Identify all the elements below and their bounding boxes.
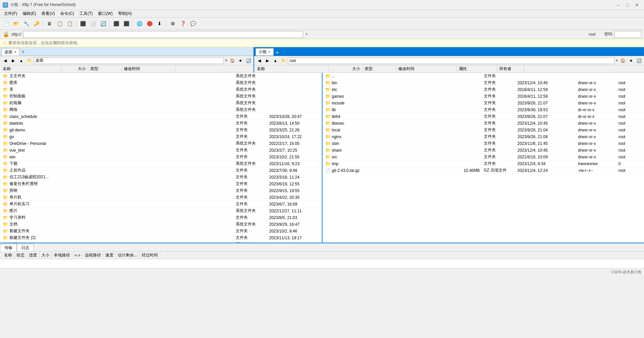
- left-file-row[interactable]: 📁 桌面 系统文件夹 2023/12/2, 15:47: [0, 241, 322, 243]
- right-path-input[interactable]: /usr: [288, 57, 614, 64]
- transfer-col-elapsed[interactable]: 经过时间: [140, 252, 160, 258]
- left-file-row[interactable]: 📁 单片机实习 文件夹 2023/6/7, 16:09: [0, 201, 322, 208]
- transfer-col-name[interactable]: 名称: [2, 252, 14, 258]
- left-file-row[interactable]: 📁 之前作品 文件夹 2023/7/30, 9:48: [0, 167, 322, 174]
- right-col-name[interactable]: 名称: [255, 65, 329, 72]
- right-col-date[interactable]: 修改时间: [396, 65, 457, 72]
- left-file-row[interactable]: 📁 信工213杨成熙2021... 文件夹 2023/3/18, 11:24: [0, 174, 322, 181]
- left-back-btn[interactable]: ◀: [1, 57, 9, 64]
- left-file-row[interactable]: 📁 修复任务栏透明 文件夹 2023/6/19, 12:55: [0, 181, 322, 187]
- left-file-row[interactable]: 📁 主文件夹 系统文件夹: [0, 73, 322, 80]
- minimize-button[interactable]: –: [614, 2, 622, 8]
- transfer-col-local[interactable]: 本地路径: [52, 252, 72, 258]
- left-col-name[interactable]: 名称: [1, 65, 61, 72]
- left-tab-desktop[interactable]: 桌面 ✕: [1, 48, 20, 56]
- left-folder-btn[interactable]: 📁: [26, 57, 33, 64]
- toolbar-btn4[interactable]: 🔑: [32, 19, 41, 28]
- right-file-row[interactable]: 📄 git-2.43.0.tar.gz 10.46MB GZ 压缩文件 2023…: [323, 167, 644, 174]
- left-up-btn[interactable]: ▲: [18, 57, 25, 64]
- toolbar-help-btn[interactable]: ❓: [178, 19, 188, 28]
- toolbar-btn10[interactable]: 🔄: [98, 19, 108, 28]
- toolbar-globe-btn[interactable]: 🌐: [135, 19, 144, 28]
- toolbar-btn3[interactable]: 🔧: [22, 19, 31, 28]
- transfer-col-size[interactable]: 大小: [39, 252, 52, 258]
- left-file-row[interactable]: 📁 新建文件夹 文件夹 2023/10/2, 8:46: [0, 228, 322, 235]
- right-file-row[interactable]: 📁 bin 文件夹 2023/12/4, 10:45 drwxr-xr-x ro…: [323, 80, 644, 86]
- left-file-row[interactable]: 📁 文档 系统文件夹 2023/9/29, 16:47: [0, 221, 322, 228]
- left-tab-close[interactable]: ✕: [14, 50, 16, 54]
- left-file-row[interactable]: 📁 网络 系统文件夹: [0, 106, 322, 113]
- left-file-row[interactable]: 📁 此电脑 系统文件夹: [0, 100, 322, 106]
- transfer-col-progress[interactable]: 进度: [27, 252, 39, 258]
- left-file-row[interactable]: 📁 图库 系统文件夹: [0, 80, 322, 86]
- toolbar-btn6[interactable]: 📋: [55, 19, 64, 28]
- menu-help[interactable]: 帮助(H): [115, 10, 135, 17]
- left-path-input[interactable]: 桌面: [34, 57, 224, 64]
- right-file-row[interactable]: 📁 games 文件夹 2018/4/11, 12:59 drwxr-xr-x …: [323, 93, 644, 100]
- menu-command[interactable]: 命令(C): [58, 10, 77, 17]
- left-file-row[interactable]: 📁 class_schedule 文件夹 2023/10/28, 20:47: [0, 113, 322, 120]
- transfer-col-speed[interactable]: 速度: [103, 252, 116, 258]
- sftp-input[interactable]: [23, 31, 303, 38]
- toolbar-open-btn[interactable]: 📂: [11, 19, 21, 28]
- menu-file[interactable]: 文件(F): [1, 10, 20, 17]
- right-forward-btn[interactable]: ▶: [264, 57, 271, 64]
- right-file-row[interactable]: 📁 src 文件夹 2021/6/16, 10:09 drwxr-xr-x ro…: [323, 154, 644, 160]
- transfer-tab[interactable]: 传输: [0, 244, 17, 251]
- right-file-row[interactable]: 📁 etc 文件夹 2018/4/11, 12:59 drwxr-xr-x ro…: [323, 86, 644, 93]
- right-tab-xiong[interactable]: 小熊 ✕: [256, 48, 274, 56]
- right-file-row[interactable]: 📁 include 文件夹 2023/9/26, 21:07 drwxr-xr-…: [323, 100, 644, 106]
- menu-window[interactable]: 窗口(W): [95, 10, 115, 17]
- transfer-col-remote[interactable]: 远程路径: [83, 252, 103, 258]
- right-refresh-btn[interactable]: 🔄: [635, 57, 643, 64]
- left-file-row[interactable]: 📁 下载 系统文件夹 2023/11/16, 9:23: [0, 160, 322, 167]
- right-back-btn[interactable]: ◀: [256, 57, 263, 64]
- toolbar-btn12[interactable]: ⬛: [122, 19, 131, 28]
- left-forward-btn[interactable]: ▶: [9, 57, 17, 64]
- menu-tools[interactable]: 工具(T): [77, 10, 95, 17]
- right-folder-btn[interactable]: 📁: [280, 57, 287, 64]
- right-col-size[interactable]: 大小: [329, 65, 363, 72]
- left-file-row[interactable]: 📁 OneDrive - Personal 系统文件夹 2022/2/17, 1…: [0, 140, 322, 147]
- toolbar-msg-btn[interactable]: 💬: [188, 19, 198, 28]
- password-input[interactable]: [614, 31, 641, 38]
- log-tab[interactable]: 日志: [17, 244, 34, 251]
- left-file-row[interactable]: 📁 win 文件夹 2023/10/2, 21:55: [0, 154, 322, 160]
- toolbar-btn11[interactable]: ⬛: [111, 19, 121, 28]
- transfer-col-status[interactable]: 状态: [14, 252, 27, 258]
- right-file-row[interactable]: 📁 tmp 文件夹 2023/12/4, 9:34 lrwxrwxrwx 0: [323, 160, 644, 167]
- toolbar-stop-btn[interactable]: 🛑: [145, 19, 154, 28]
- toolbar-new-btn[interactable]: 📄: [1, 19, 11, 28]
- right-file-row[interactable]: 📁 lib 文件夹 2023/8/30, 19:53 dr-xr-xr-x ro…: [323, 106, 644, 113]
- right-bookmark-btn[interactable]: ★: [627, 57, 635, 64]
- left-file-row[interactable]: 📁 学习资料 文件夹 2023/8/5, 21:03: [0, 214, 322, 221]
- toolbar-settings-btn[interactable]: ⚙: [168, 19, 177, 28]
- right-tab-add[interactable]: +: [274, 50, 281, 56]
- left-col-size[interactable]: 大小: [61, 65, 88, 72]
- right-file-row[interactable]: 📁 .. 文件夹: [323, 73, 644, 80]
- menu-view[interactable]: 查看(V): [39, 10, 58, 17]
- left-file-row[interactable]: 📁 dawlots 文件夹 2023/8/13, 14:50: [0, 120, 322, 127]
- right-file-row[interactable]: 📁 sbin 文件夹 2023/11/6, 21:45 drwxr-xr-x r…: [323, 140, 644, 147]
- right-home-btn[interactable]: 🏠: [619, 57, 626, 64]
- right-col-perm[interactable]: 属性: [457, 65, 497, 72]
- toolbar-btn7[interactable]: 📋: [65, 19, 74, 28]
- toolbar-download-btn[interactable]: ⬇: [155, 19, 164, 28]
- right-file-row[interactable]: 📁 share 文件夹 2023/12/4, 10:45 drwxr-xr-x …: [323, 147, 644, 154]
- right-file-row[interactable]: 📁 lib64 文件夹 2023/9/26, 21:07 dr-xr-xr-x …: [323, 113, 644, 120]
- left-home-btn[interactable]: 🏠: [229, 57, 236, 64]
- left-file-row[interactable]: 📁 go 文件夹 2023/10/24, 17:22: [0, 133, 322, 140]
- left-tab-add[interactable]: +: [20, 48, 27, 56]
- left-file-row[interactable]: 📁 控制面板 系统文件夹: [0, 93, 322, 100]
- left-refresh-btn[interactable]: 🔄: [245, 57, 252, 64]
- maximize-button[interactable]: □: [623, 2, 632, 8]
- left-file-row[interactable]: 📁 图片 系统文件夹 2022/12/27, 11:11: [0, 208, 322, 214]
- left-file-row[interactable]: 📁 新建文件夹 (2) 文件夹 2023/11/13, 19:17: [0, 235, 322, 241]
- right-file-row[interactable]: 📁 libexec 文件夹 2023/12/4, 10:45 drwxr-xr-…: [323, 120, 644, 127]
- left-file-row[interactable]: 📁 单片机 文件夹 2023/4/22, 20:35: [0, 194, 322, 201]
- window-controls[interactable]: – □ ✕: [614, 2, 641, 8]
- left-bookmark-btn[interactable]: ★: [237, 57, 244, 64]
- left-col-date[interactable]: 修改时间: [122, 65, 176, 72]
- left-file-row[interactable]: 📁 库 系统文件夹: [0, 86, 322, 93]
- right-tab-close[interactable]: ✕: [268, 50, 271, 54]
